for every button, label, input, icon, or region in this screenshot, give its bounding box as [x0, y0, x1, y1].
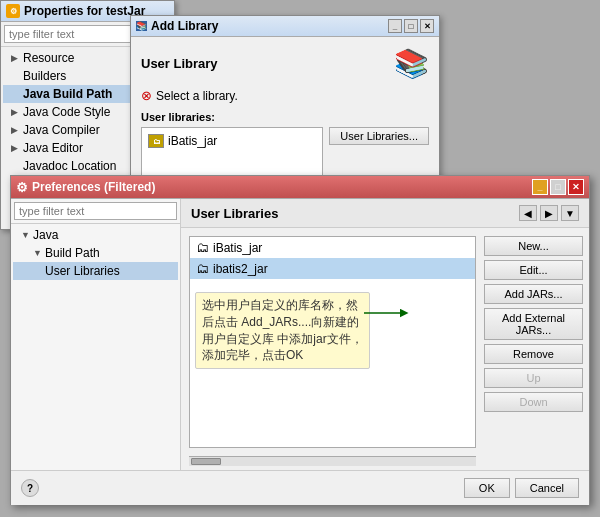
maximize-button[interactable]: □	[404, 19, 418, 33]
down-button[interactable]: Down	[484, 392, 583, 412]
select-msg-text: Select a library.	[156, 89, 238, 103]
pref-section-title: User Libraries	[191, 206, 278, 221]
jar-icon: 🗂	[196, 261, 209, 276]
user-libraries-label: User libraries:	[141, 111, 429, 123]
preferences-main: User Libraries ◀ ▶ ▼ 🗂 iBatis_jar 🗂	[181, 199, 589, 470]
chevron-down-icon: ▼	[33, 248, 43, 258]
close-button[interactable]: ✕	[568, 179, 584, 195]
tree-label: Java Editor	[23, 141, 83, 155]
chevron-right-icon: ▶	[11, 143, 21, 153]
library-item-name: iBatis_jar	[168, 134, 217, 148]
remove-button[interactable]: Remove	[484, 344, 583, 364]
titlebar-controls: _ □ ✕	[388, 19, 434, 33]
properties-icon: ⚙	[6, 4, 20, 18]
chevron-right-icon: ▶	[11, 53, 21, 63]
new-button[interactable]: New...	[484, 236, 583, 256]
lib-item-ibatis-jar[interactable]: 🗂 iBatis_jar	[190, 237, 475, 258]
pref-tree-user-libraries[interactable]: User Libraries	[13, 262, 178, 280]
tree-label: Javadoc Location	[23, 159, 116, 173]
preferences-title: Preferences (Filtered)	[32, 180, 155, 194]
tree-label: Builders	[23, 69, 66, 83]
pref-title-left: ⚙ Preferences (Filtered)	[16, 180, 155, 195]
jar-icon: 🗂	[148, 134, 164, 148]
add-library-header: User Library 📚	[141, 47, 429, 80]
tree-label: Java Compiler	[23, 123, 100, 137]
close-button[interactable]: ✕	[420, 19, 434, 33]
pref-search-box	[11, 199, 180, 224]
lib-item-name: ibatis2_jar	[213, 262, 268, 276]
user-libraries-button[interactable]: User Libraries...	[329, 127, 429, 145]
pref-tree: ▼ Java ▼ Build Path User Libraries	[11, 224, 180, 282]
select-message: ⊗ Select a library.	[141, 88, 429, 103]
add-external-jars-button[interactable]: Add External JARs...	[484, 308, 583, 340]
minimize-button[interactable]: _	[532, 179, 548, 195]
user-library-list: 🗂 iBatis_jar 🗂 ibatis2_jar 选中用户自定义的库名称，然…	[189, 236, 476, 448]
add-library-title: Add Library	[151, 19, 218, 33]
chevron-down-icon: ▼	[21, 230, 31, 240]
lib-item-name: iBatis_jar	[213, 241, 262, 255]
chevron-right-icon: ▶	[11, 125, 21, 135]
preferences-window: ⚙ Preferences (Filtered) _ □ ✕ ▼ Java ▼ …	[10, 175, 590, 505]
annotation-bubble: 选中用户自定义的库名称，然后点击 Add_JARs....向新建的用户自定义库 …	[195, 292, 370, 369]
library-stack-icon: 📚	[394, 47, 429, 80]
error-icon: ⊗	[141, 88, 152, 103]
horizontal-scrollbar[interactable]	[189, 456, 476, 466]
pref-tree-build-path[interactable]: ▼ Build Path	[13, 244, 178, 262]
nav-arrows: ◀ ▶ ▼	[519, 205, 579, 221]
right-action-buttons: New... Edit... Add JARs... Add External …	[484, 228, 589, 470]
preferences-footer: ? OK Cancel	[11, 470, 589, 505]
cancel-button[interactable]: Cancel	[515, 478, 579, 498]
help-button[interactable]: ?	[21, 479, 39, 497]
add-library-content: User Library 📚 ⊗ Select a library. User …	[131, 37, 439, 197]
ok-button[interactable]: OK	[464, 478, 510, 498]
pref-search-input[interactable]	[14, 202, 177, 220]
chevron-right-icon: ▶	[11, 107, 21, 117]
minimize-button[interactable]: _	[388, 19, 402, 33]
tree-label: Resource	[23, 51, 74, 65]
dropdown-button[interactable]: ▼	[561, 205, 579, 221]
properties-title: Properties for testJar	[24, 4, 145, 18]
preferences-body: ▼ Java ▼ Build Path User Libraries User …	[11, 199, 589, 470]
scrollbar-thumb	[191, 458, 221, 465]
up-button[interactable]: Up	[484, 368, 583, 388]
pref-icon: ⚙	[16, 180, 28, 195]
jar-icon: 🗂	[196, 240, 209, 255]
edit-button[interactable]: Edit...	[484, 260, 583, 280]
tree-label: Java Build Path	[23, 87, 112, 101]
annotation-arrow	[364, 303, 409, 323]
add-library-icon: 📚	[136, 21, 147, 31]
pref-content: 🗂 iBatis_jar 🗂 ibatis2_jar 选中用户自定义的库名称，然…	[181, 228, 589, 470]
add-jars-button[interactable]: Add JARs...	[484, 284, 583, 304]
tree-label: Build Path	[45, 246, 100, 260]
tree-label: Java Code Style	[23, 105, 110, 119]
maximize-button[interactable]: □	[550, 179, 566, 195]
lib-item-ibatis2-jar[interactable]: 🗂 ibatis2_jar	[190, 258, 475, 279]
preferences-titlebar: ⚙ Preferences (Filtered) _ □ ✕	[11, 176, 589, 199]
annotation-text: 选中用户自定义的库名称，然后点击 Add_JARs....向新建的用户自定义库 …	[202, 298, 363, 362]
back-button[interactable]: ◀	[519, 205, 537, 221]
library-list-item[interactable]: 🗂 iBatis_jar	[146, 132, 318, 150]
pref-title-controls: _ □ ✕	[530, 179, 584, 195]
user-library-section-title: User Library	[141, 56, 218, 71]
forward-button[interactable]: ▶	[540, 205, 558, 221]
tree-label: Java	[33, 228, 58, 242]
add-library-titlebar: 📚 Add Library _ □ ✕	[131, 16, 439, 37]
tree-label: User Libraries	[45, 264, 120, 278]
preferences-sidebar: ▼ Java ▼ Build Path User Libraries	[11, 199, 181, 470]
pref-tree-java[interactable]: ▼ Java	[13, 226, 178, 244]
pref-main-header: User Libraries ◀ ▶ ▼	[181, 199, 589, 228]
